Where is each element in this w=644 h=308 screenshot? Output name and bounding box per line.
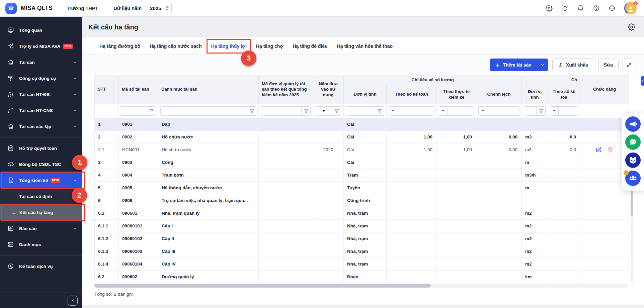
- help-button[interactable]: [593, 5, 600, 12]
- sidebar-item-danh-muc[interactable]: Danh mục: [0, 236, 82, 252]
- export-button[interactable]: Xuất khẩu: [552, 59, 594, 71]
- settings-icon: [546, 5, 553, 12]
- sidebar-item-tong-quan[interactable]: Tổng quan: [0, 22, 82, 38]
- cell-theo-so-ke-toa: [548, 207, 580, 220]
- table-row-6.2[interactable]: 6.2090602Đường quản lýĐoạnkm: [94, 271, 629, 283]
- row-edit-button[interactable]: [595, 146, 602, 153]
- filter-input-8[interactable]: [487, 107, 519, 115]
- filter-input-9[interactable]: [524, 107, 536, 115]
- tab-label: Hạ tầng văn hóa thể thao: [337, 43, 393, 49]
- filter-year-select[interactable]: [315, 107, 332, 115]
- table-row-6.1.2[interactable]: 6.1.209060102Cấp IINhà, trạmm2: [94, 232, 629, 245]
- cell-stt: 2.1: [95, 143, 119, 156]
- filter-funnel-button[interactable]: [332, 107, 341, 115]
- column-header-ma-don-vi-quan-ly-tai-san-theo-ket-qua-tong-kiem-ke-nam-2025: Mã đơn vị quản lý tài sản theo kết quả t…: [259, 75, 313, 104]
- filter-input-5[interactable]: [346, 107, 375, 115]
- equals-operator: =: [439, 107, 448, 115]
- year-down-button[interactable]: [166, 9, 169, 11]
- tab-ha-tang-thuy-loi[interactable]: Hạ tầng thủy lợi3: [209, 43, 248, 49]
- table-row-3[interactable]: 30903CốngCáim: [94, 156, 629, 169]
- notification-dot: [624, 170, 629, 175]
- year-up-button[interactable]: [166, 6, 169, 8]
- alarm-button[interactable]: [561, 5, 568, 12]
- sidebar-item-ket-cau-ha-tang[interactable]: →Kết cấu hạ tầng: [0, 204, 82, 220]
- cell-danh-muc-tai-san: Cấp IV: [158, 258, 259, 271]
- tab-ha-tang-cap-nuoc-sach[interactable]: Hạ tầng cấp nước sạch: [148, 43, 203, 49]
- cell-theo-thuc-te-kiem-ke: [437, 245, 476, 258]
- cell-actions: [580, 271, 629, 283]
- cell-chenh-lech: 0,00: [476, 143, 522, 156]
- user-avatar[interactable]: 1: [624, 2, 637, 14]
- cell-nam-dua-vao-su-dung: [313, 169, 344, 182]
- tab-ha-tang-de-dieu[interactable]: Hạ tầng đê điều: [291, 43, 329, 49]
- sidebar-item-dong-bo-csdl-tsc[interactable]: Đồng bộ CSDL TSC: [0, 156, 82, 172]
- expand-button[interactable]: [623, 59, 635, 71]
- tab-ha-tang-van-hoa-the-thao[interactable]: Hạ tầng văn hóa thể thao: [335, 43, 394, 49]
- horizontal-scrollbar-thumb[interactable]: [94, 284, 431, 288]
- filter-funnel-button[interactable]: [375, 107, 384, 115]
- year-stepper-buttons[interactable]: [166, 6, 169, 11]
- sidebar-item-tai-san-co-dinh[interactable]: Tài sản cố định: [0, 188, 82, 204]
- add-asset-button[interactable]: Thêm tài sản: [490, 59, 537, 71]
- filter-input-2[interactable]: [161, 107, 247, 115]
- float-community-button[interactable]: [625, 171, 641, 186]
- float-assistant-button[interactable]: [625, 116, 641, 132]
- filter-funnel-button[interactable]: [247, 107, 256, 115]
- table-row-5[interactable]: 50905Hệ thống dẫn, chuyển nướcTuyếnm: [94, 182, 629, 194]
- sidebar-item-bao-cao[interactable]: Báo cáo: [0, 220, 82, 236]
- table-row-6.1.3[interactable]: 6.1.309060103Cấp IIINhà, trạmm2: [94, 245, 629, 258]
- float-chat-button[interactable]: [625, 134, 641, 150]
- cell-nam-dua-vao-su-dung: [313, 232, 344, 245]
- sidebar-item-tai-san-ht-db[interactable]: Tài sản HT-ĐB: [0, 86, 82, 102]
- cell-don-vi-tinh: m: [522, 182, 548, 194]
- tab-ha-tang-cho[interactable]: Hạ tầng chợ: [254, 43, 285, 49]
- panel-toggle-arrow[interactable]: [641, 76, 644, 86]
- filter-funnel-button[interactable]: [536, 107, 545, 115]
- row-delete-button[interactable]: [607, 146, 614, 153]
- sidebar-item-cong-cu-dung-cu[interactable]: Công cụ dụng cụ: [0, 70, 82, 86]
- app-logo[interactable]: [5, 3, 17, 14]
- filter-funnel-button[interactable]: [147, 107, 156, 115]
- float-bot-button[interactable]: [625, 152, 641, 168]
- table-row-6.1.4[interactable]: 6.1.409060104Cấp IVNhà, trạmm2: [94, 258, 629, 271]
- page-settings-button[interactable]: [628, 23, 635, 31]
- bell-button[interactable]: [577, 5, 584, 12]
- filter-group: [160, 106, 256, 116]
- filter-cell-0: [95, 104, 119, 118]
- edit-button[interactable]: Sửa: [598, 59, 619, 71]
- table-row-6.1.1[interactable]: 6.1.109060101Cấp INhà, trạmm2: [94, 220, 629, 232]
- sidebar-item-tong-kiem-ke[interactable]: Tổng kiểm kêNEW: [0, 172, 82, 188]
- sidebar-item-tro-ly-so-misa-ava[interactable]: Trợ lý số MISA AVANEW: [0, 38, 82, 54]
- sidebar-collapse-button[interactable]: [68, 296, 78, 306]
- table-row-2[interactable]: 20902Hồ chứa nướcCái1,001,000,00m30,0: [94, 131, 629, 143]
- sidebar-item-ke-toan-dich-vu[interactable]: Kế toán dịch vụ: [0, 258, 82, 274]
- year-spinner[interactable]: 2025: [146, 3, 172, 14]
- sidebar-item-tai-san[interactable]: Tài sản: [0, 54, 82, 70]
- sidebar-item-ho-tro-quyet-toan[interactable]: Hỗ trợ quyết toán: [0, 140, 82, 156]
- filter-input-10[interactable]: [559, 107, 578, 115]
- settings-button[interactable]: [546, 5, 553, 12]
- table-row-1[interactable]: 10901ĐậpCái: [94, 118, 629, 131]
- sidebar-item-tai-san-ht-cns[interactable]: Tài sản HT-CNS: [0, 102, 82, 118]
- table-row-6.1[interactable]: 6.1090601Nhà, trạm quản lýNhà, trạmm2: [94, 207, 629, 220]
- filter-input-3[interactable]: [261, 107, 301, 115]
- new-badge: NEW: [63, 44, 73, 49]
- sidebar-item-tai-san-xac-lap[interactable]: Tài sản xác lập: [0, 118, 82, 134]
- filter-input-7[interactable]: [448, 107, 474, 115]
- chevron-up-icon: [73, 178, 77, 183]
- cell-actions: [580, 258, 629, 271]
- table-row-6[interactable]: 60906Trụ sở làm việc, nhà quản lý, trạm …: [94, 194, 629, 207]
- cell-theo-thuc-te-kiem-ke: [437, 220, 476, 232]
- filter-funnel-button[interactable]: [301, 107, 310, 115]
- add-asset-dropdown-button[interactable]: [537, 59, 548, 71]
- filter-input-1[interactable]: [121, 107, 147, 115]
- table-row-4[interactable]: 40904Trạm bơmTrạmm3/h: [94, 169, 629, 182]
- table-row-2.1[interactable]: 2.1HCN001Hồ chứa nước2020Cái1,001,000,00…: [94, 143, 629, 156]
- tab-ha-tang-duong-bo[interactable]: Hạ tầng đường bộ: [98, 43, 142, 49]
- more-button[interactable]: [609, 5, 616, 12]
- cell-ma-don-vi-quan-ly-tai-san-theo-ket-qua-tong-kiem-ke-nam-2025: [259, 143, 313, 156]
- annotation-circle-1: 1: [72, 155, 87, 170]
- filter-input-6[interactable]: [397, 107, 434, 115]
- horizontal-scrollbar[interactable]: [94, 284, 629, 288]
- data-grid: STTMã số tài sảnDanh mục tài sảnMã đơn v…: [82, 75, 644, 287]
